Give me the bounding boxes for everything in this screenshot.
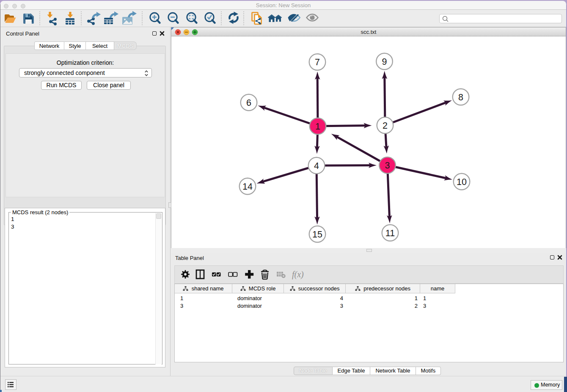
svg-text:11: 11 <box>385 228 395 238</box>
svg-text:f(x): f(x) <box>292 270 304 279</box>
svg-text:8: 8 <box>458 92 463 102</box>
svg-text:3: 3 <box>385 160 390 171</box>
svg-text:7: 7 <box>315 57 320 67</box>
svg-text:2: 2 <box>383 121 388 131</box>
svg-text:15: 15 <box>312 229 322 240</box>
svg-text:10: 10 <box>457 177 467 187</box>
svg-text:9: 9 <box>382 57 387 67</box>
svg-text:6: 6 <box>246 98 251 108</box>
svg-text:14: 14 <box>242 182 253 192</box>
svg-text:1: 1 <box>315 121 320 132</box>
svg-text:4: 4 <box>314 161 319 171</box>
